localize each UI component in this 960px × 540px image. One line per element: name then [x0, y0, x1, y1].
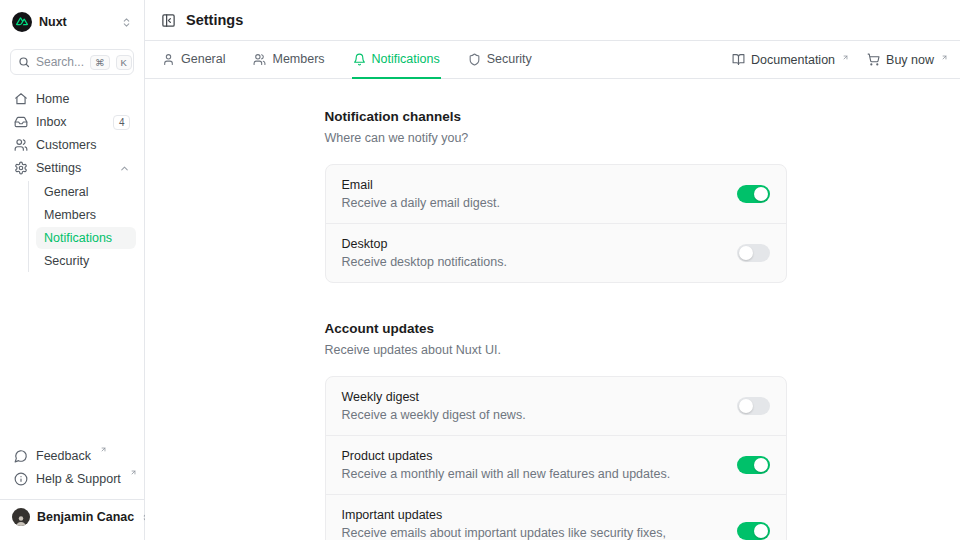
tab-label: General: [181, 52, 225, 66]
book-open-icon: [732, 53, 745, 66]
tab-notifications[interactable]: Notifications: [352, 41, 441, 79]
setting-description: Receive a weekly digest of news.: [342, 408, 721, 422]
app-window: Nuxt Search... ⌘ K Home: [0, 0, 960, 540]
sidebar-item-inbox[interactable]: Inbox 4: [8, 111, 136, 133]
settings-card: Email Receive a daily email digest. Desk…: [325, 164, 787, 283]
tab-label: Security: [487, 52, 532, 66]
buy-now-link[interactable]: Buy now: [867, 53, 948, 67]
help-support-link[interactable]: Help & Support: [8, 468, 136, 490]
inbox-count-badge: 4: [113, 115, 130, 130]
search-icon: [18, 56, 30, 68]
setting-text: Important updates Receive emails about i…: [342, 508, 721, 540]
settings-content: Notification channels Where can we notif…: [145, 79, 960, 540]
shield-icon: [468, 53, 481, 66]
desktop-toggle[interactable]: [737, 244, 770, 262]
weekly-digest-toggle[interactable]: [737, 397, 770, 415]
sidebar-item-security[interactable]: Security: [36, 250, 136, 272]
product-updates-toggle[interactable]: [737, 456, 770, 474]
setting-description: Receive a daily email digest.: [342, 196, 721, 210]
setting-text: Email Receive a daily email digest.: [342, 178, 721, 210]
sidebar-item-label: Inbox: [36, 115, 105, 129]
setting-label: Email: [342, 178, 721, 192]
user-icon: [162, 53, 175, 66]
tab-security[interactable]: Security: [467, 41, 533, 79]
buy-now-label: Buy now: [886, 53, 934, 67]
home-icon: [14, 92, 28, 106]
setting-row-important-updates: Important updates Receive emails about i…: [326, 494, 786, 540]
section-notification-channels: Notification channels Where can we notif…: [325, 109, 787, 283]
search-input[interactable]: Search... ⌘ K: [10, 49, 134, 75]
content-column: Notification channels Where can we notif…: [325, 79, 787, 540]
setting-label: Weekly digest: [342, 390, 721, 404]
sidebar-item-members[interactable]: Members: [36, 204, 136, 226]
sidebar-item-settings[interactable]: Settings: [8, 157, 136, 179]
arrow-up-right-icon: [941, 54, 948, 61]
setting-text: Weekly digest Receive a weekly digest of…: [342, 390, 721, 422]
search-placeholder: Search...: [36, 55, 84, 69]
arrow-up-right-icon: [130, 469, 137, 476]
email-toggle[interactable]: [737, 185, 770, 203]
section-description: Receive updates about Nuxt UI.: [325, 343, 787, 357]
setting-row-product-updates: Product updates Receive a monthly email …: [326, 435, 786, 494]
setting-text: Desktop Receive desktop notifications.: [342, 237, 721, 269]
kbd-meta: ⌘: [90, 55, 110, 70]
tab-members[interactable]: Members: [252, 41, 325, 79]
users-icon: [14, 138, 28, 152]
sidebar-item-notifications[interactable]: Notifications: [36, 227, 136, 249]
setting-description: Receive desktop notifications.: [342, 255, 721, 269]
feedback-label: Feedback: [36, 449, 91, 463]
sidebar-item-label: Settings: [36, 161, 111, 175]
page-header: Settings: [145, 0, 960, 41]
documentation-link[interactable]: Documentation: [732, 53, 849, 67]
setting-description: Receive a monthly email with all new fea…: [342, 467, 721, 481]
sidebar-item-general[interactable]: General: [36, 181, 136, 203]
tabbar: General Members Notifications: [145, 41, 960, 79]
sidebar-item-label: Customers: [36, 138, 130, 152]
important-updates-toggle[interactable]: [737, 522, 770, 540]
setting-row-desktop: Desktop Receive desktop notifications.: [326, 223, 786, 282]
settings-card: Weekly digest Receive a weekly digest of…: [325, 376, 787, 540]
bell-icon: [353, 53, 366, 66]
message-bubble-icon: [14, 449, 28, 463]
sidebar-item-customers[interactable]: Customers: [8, 134, 136, 156]
section-title: Notification channels: [325, 109, 787, 124]
collapse-sidebar-icon[interactable]: [161, 13, 176, 28]
team-name: Nuxt: [39, 15, 114, 29]
feedback-link[interactable]: Feedback: [8, 445, 136, 467]
sidebar-nav: Home Inbox 4 Customers Settings: [8, 88, 136, 273]
user-menu[interactable]: Benjamin Canac: [0, 499, 144, 532]
nuxt-logo-icon: [12, 12, 32, 32]
users-icon: [253, 53, 266, 66]
setting-label: Important updates: [342, 508, 721, 522]
chevrons-up-down-icon: [121, 17, 132, 28]
inbox-icon: [14, 115, 28, 129]
sidebar-item-label: Home: [36, 92, 130, 106]
chevron-up-icon: [119, 163, 130, 174]
help-support-label: Help & Support: [36, 472, 121, 486]
tab-general[interactable]: General: [161, 41, 226, 79]
info-circle-icon: [14, 472, 28, 486]
gear-icon: [14, 161, 28, 175]
arrow-up-right-icon: [100, 446, 107, 453]
setting-text: Product updates Receive a monthly email …: [342, 449, 721, 481]
avatar: [12, 508, 30, 526]
arrow-up-right-icon: [842, 54, 849, 61]
user-name: Benjamin Canac: [37, 510, 134, 524]
sidebar-footer: Feedback Help & Support Benjamin Canac: [8, 445, 136, 532]
setting-label: Desktop: [342, 237, 721, 251]
team-switcher[interactable]: Nuxt: [8, 8, 136, 36]
section-account-updates: Account updates Receive updates about Nu…: [325, 321, 787, 540]
shopping-cart-icon: [867, 53, 880, 66]
tabbar-actions: Documentation Buy now: [732, 41, 948, 78]
page-title: Settings: [186, 12, 243, 28]
setting-label: Product updates: [342, 449, 721, 463]
tabs: General Members Notifications: [161, 41, 533, 78]
main-panel: Settings General Members: [145, 0, 960, 540]
section-description: Where can we notify you?: [325, 131, 787, 145]
sidebar-item-home[interactable]: Home: [8, 88, 136, 110]
documentation-label: Documentation: [751, 53, 835, 67]
sidebar: Nuxt Search... ⌘ K Home: [0, 0, 145, 540]
tab-label: Members: [272, 52, 324, 66]
setting-row-weekly-digest: Weekly digest Receive a weekly digest of…: [326, 377, 786, 435]
setting-description: Receive emails about important updates l…: [342, 526, 721, 540]
